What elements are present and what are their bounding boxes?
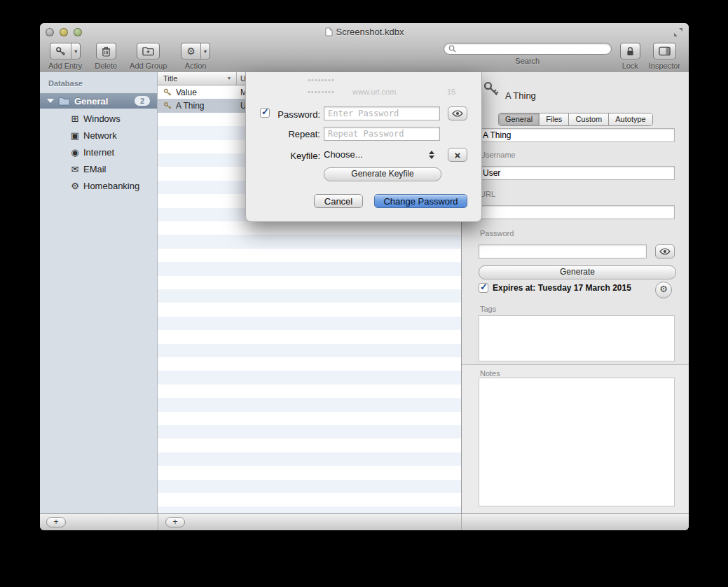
generate-keyfile-button[interactable]: Generate Keyfile (324, 167, 441, 181)
gear-icon: ⚙ (69, 181, 81, 191)
bottom-bar: + + (40, 513, 689, 530)
key-icon (163, 102, 172, 110)
inspector-entry-title: A Thing (505, 90, 536, 101)
password-label: Password: (246, 109, 320, 120)
sidebar-section-header: Database (48, 79, 83, 88)
column-header-title[interactable]: Title (163, 74, 177, 83)
search-area: Search (444, 43, 612, 65)
disclosure-triangle-icon[interactable] (47, 99, 54, 103)
inspector-panel-icon (654, 43, 675, 59)
app-window: Screenshot.kdbx Add Entry Delete (40, 23, 689, 530)
keyfile-popup[interactable]: Choose... (324, 149, 434, 160)
chevron-down-icon[interactable] (71, 43, 80, 59)
notes-label: Notes (480, 369, 500, 378)
dimmed-password-dots: •••••••• (308, 88, 335, 96)
divider (158, 514, 158, 530)
new-password-input[interactable] (324, 106, 440, 120)
entry-count-badge: 2 (135, 96, 150, 106)
lock-icon (621, 43, 640, 59)
keyfile-label: Keyfile: (246, 151, 320, 161)
popup-stepper-icon (429, 151, 434, 159)
search-field[interactable] (444, 43, 612, 55)
expires-checkbox[interactable] (479, 283, 488, 293)
inspector-toggle-button[interactable]: Inspector (649, 43, 680, 70)
inspector-tabs: General Files Custom Autotype (498, 113, 653, 126)
sidebar-item-internet[interactable]: ◉Internet (40, 144, 157, 160)
change-password-sheet: •••••••• •••••••• www.url.com 15 Passwor… (245, 72, 482, 222)
tags-label: Tags (480, 305, 496, 313)
dimmed-url-text: www.url.com (352, 88, 396, 96)
toolbar: Add Entry Delete Add Group ⚙ Action (40, 42, 689, 71)
column-divider[interactable] (236, 72, 237, 85)
add-group-plus-button[interactable]: + (46, 517, 66, 527)
folder-icon (58, 97, 70, 106)
change-password-button[interactable]: Change Password (374, 194, 467, 208)
tab-general[interactable]: General (499, 113, 540, 125)
key-icon (50, 43, 71, 59)
action-button[interactable]: ⚙ Action (181, 43, 210, 70)
expires-row: Expires at: Tuesday 17 March 2015 (479, 283, 631, 293)
username-field[interactable] (479, 166, 675, 180)
divider (461, 514, 462, 530)
title-field[interactable] (479, 128, 675, 142)
lock-button[interactable]: Lock (620, 43, 640, 70)
repeat-label: Repeat: (246, 129, 320, 139)
search-input[interactable] (459, 43, 607, 55)
sidebar-item-windows[interactable]: ⊞Windows (40, 110, 157, 127)
sidebar-group-label: General (74, 96, 108, 106)
folder-plus-icon (137, 43, 159, 59)
chevron-down-icon[interactable] (200, 43, 210, 59)
tab-custom[interactable]: Custom (569, 113, 609, 125)
key-icon (163, 88, 172, 97)
notes-section: Notes (462, 364, 689, 513)
password-label: Password (480, 229, 514, 237)
tags-field[interactable] (479, 315, 675, 361)
fullscreen-icon[interactable] (673, 27, 683, 37)
expires-label: Expires at: Tuesday 17 March 2015 (493, 283, 631, 293)
add-entry-plus-button[interactable]: + (165, 517, 185, 527)
sidebar: Database General 2 ⊞Windows ▣Network ◉In… (40, 72, 158, 513)
repeat-password-input[interactable] (324, 127, 440, 141)
show-password-button[interactable] (655, 244, 675, 258)
generate-password-button[interactable]: Generate (479, 265, 676, 279)
dimmed-mod-text: 15 (447, 88, 455, 96)
gear-icon: ⚙ (659, 284, 668, 294)
sidebar-group-general[interactable]: General 2 (40, 93, 157, 109)
tab-autotype[interactable]: Autotype (609, 113, 652, 125)
sidebar-item-email[interactable]: ✉EMail (40, 160, 157, 177)
dimmed-password-dots: •••••••• (308, 76, 335, 84)
gear-icon: ⚙ (181, 43, 200, 59)
clear-keyfile-button[interactable] (448, 148, 467, 162)
delete-button[interactable]: Delete (95, 43, 117, 70)
sidebar-item-network[interactable]: ▣Network (40, 127, 157, 144)
network-icon: ▣ (69, 130, 81, 141)
search-icon (448, 43, 456, 55)
add-entry-button[interactable]: Add Entry (48, 43, 82, 70)
window-chrome: Screenshot.kdbx Add Entry Delete (40, 23, 689, 73)
sidebar-item-homebanking[interactable]: ⚙Homebanking (40, 177, 157, 194)
eye-icon (452, 107, 463, 120)
key-icon (483, 81, 500, 100)
inspector-panel: A Thing General Files Custom Autotype Us… (461, 72, 689, 513)
titlebar[interactable]: Screenshot.kdbx (40, 23, 689, 41)
globe-icon: ◉ (69, 147, 81, 158)
tab-files[interactable]: Files (540, 113, 569, 125)
add-group-button[interactable]: Add Group (130, 43, 167, 70)
expiry-settings-button[interactable]: ⚙ (655, 282, 672, 298)
username-label: Username (480, 151, 516, 159)
sort-indicator-icon[interactable] (228, 75, 231, 81)
window-title: Screenshot.kdbx (40, 27, 689, 39)
show-password-button[interactable] (448, 106, 467, 120)
password-field[interactable] (479, 244, 647, 258)
windows-icon: ⊞ (69, 113, 81, 124)
url-field[interactable] (479, 205, 675, 219)
document-icon (325, 27, 333, 39)
envelope-icon: ✉ (69, 164, 81, 174)
cancel-button[interactable]: Cancel (314, 194, 363, 208)
eye-icon (659, 245, 671, 258)
trash-icon (97, 43, 116, 59)
notes-field[interactable] (479, 378, 675, 506)
url-label: URL (480, 190, 495, 198)
